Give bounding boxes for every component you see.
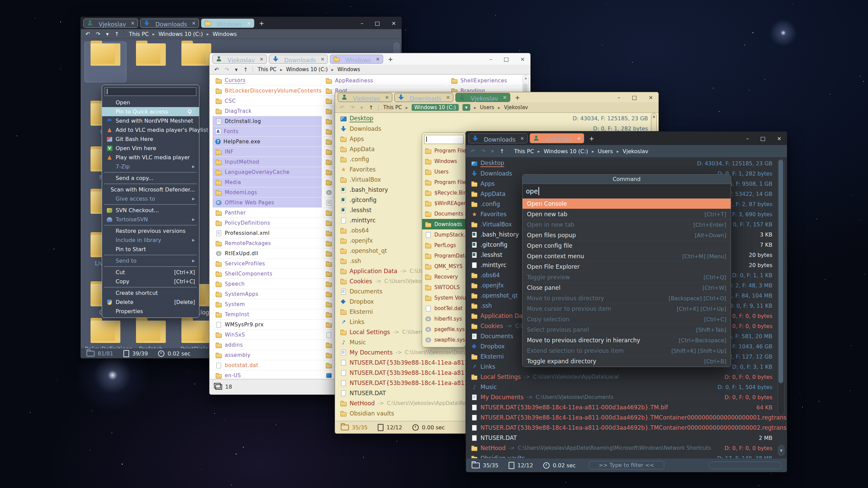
new-tab-button[interactable]: + <box>385 56 396 63</box>
file-row-music[interactable]: ♪MusicD: 0, F: 1, 504 bytes <box>468 382 775 392</box>
file-row-ntuser-dat-53b39e88-18c4-11ea-a811-000d3[interactable]: NTUSER.DAT{53b39e88-18c4-11ea-a811-000d3… <box>468 402 775 412</box>
tab-close-icon[interactable]: × <box>446 95 450 100</box>
command-palette-input[interactable]: ope <box>522 184 731 199</box>
breadcrumb-item-windows-10-c[interactable]: Windows 10 (C:) <box>158 31 203 37</box>
command-select-previous-panel[interactable]: Select previous panel[Shift+Tab] <box>522 325 731 335</box>
file-row-policydefinitions[interactable]: PolicyDefinitions <box>213 218 322 228</box>
command-move-cursor-to-previous-item[interactable]: Move cursor to previous item[Ctrl+K] [Ct… <box>522 304 731 314</box>
nav-up-button[interactable]: ↑ <box>243 66 248 73</box>
file-row-professional-xml[interactable]: Professional.xml <box>213 228 322 238</box>
nav-up-button[interactable]: ↑ <box>369 104 373 111</box>
new-tab-button[interactable]: + <box>512 94 523 101</box>
file-row-ntuser-dat-53b39e88-18c4-11ea-a811-000d3[interactable]: NTUSER.DAT{53b39e88-18c4-11ea-a811-000d3… <box>468 423 775 433</box>
dropdown-item-program-files-x86[interactable]: Program Files (x86) <box>422 177 466 187</box>
file-row-assembly[interactable]: assembly <box>213 350 322 360</box>
tab-downloads[interactable]: Downloads× <box>140 19 199 28</box>
nav-back-button[interactable]: ↶ <box>85 31 90 37</box>
nav-forward-button[interactable]: ↷ <box>96 31 100 37</box>
file-row-system[interactable]: System <box>213 299 322 309</box>
folder-tile[interactable] <box>85 42 126 82</box>
command-open-in-new-tab[interactable]: Open in new tab[Ctrl+Enter] <box>522 220 731 230</box>
type-to-filter-button[interactable]: >> Type to filter << <box>589 461 664 469</box>
nav-history-button[interactable]: ▾ <box>106 31 109 37</box>
command-open-context-menu[interactable]: Open context menu[Ctrl+M] [Menu] <box>522 251 731 262</box>
dropdown-item-qmk-msys[interactable]: QMK_MSYS <box>422 261 466 271</box>
maximize-button[interactable]: □ <box>760 135 765 142</box>
file-row-remotepackages[interactable]: RemotePackages <box>213 238 322 248</box>
file-row-shellcomponents[interactable]: ShellComponents <box>213 269 322 279</box>
dropdown-item-swtools[interactable]: SWTOOLS <box>422 282 466 292</box>
tab-close-icon[interactable]: × <box>131 20 135 26</box>
breadcrumb-item-vjekoslav[interactable]: Vjekoslav <box>623 148 648 155</box>
file-row-addins[interactable]: addins <box>213 340 322 350</box>
breadcrumb-dropdown-button[interactable]: ▾ <box>462 104 471 111</box>
breadcrumb-item-this-pc[interactable]: This PC <box>129 31 149 37</box>
menu-item-create-shortcut[interactable]: Create shortcut <box>102 288 199 298</box>
tab-close-icon[interactable]: × <box>577 136 581 141</box>
nav-history-button[interactable]: ▾ <box>235 66 238 73</box>
menu-item-tortoisesvn[interactable]: TortoiseSVN▶ <box>102 215 199 224</box>
command-move-to-previous-directory-in-hierarchy[interactable]: Move to previous directory in hierarchy[… <box>522 335 731 346</box>
file-row-winsxs[interactable]: WinSxS <box>213 330 322 340</box>
menu-item-svn-checkout[interactable]: SVN Checkout... <box>102 206 199 215</box>
scrollbar-thumb[interactable] <box>778 160 783 383</box>
tab-close-icon[interactable]: × <box>192 20 196 26</box>
menu-item-7-zip[interactable]: 7-Zip▶ <box>102 162 199 171</box>
command-open-files-popup[interactable]: Open files popup[Alt+Down] <box>522 230 731 241</box>
titlebar[interactable]: Vjekoslav×Downloads×Windows×+ –□× <box>81 17 401 29</box>
menu-item-send-with-nordvpn-meshnet[interactable]: Send with NordVPN Meshnet <box>102 116 199 125</box>
maximize-button[interactable]: □ <box>375 20 380 26</box>
close-button[interactable]: × <box>520 56 525 62</box>
tab-windows[interactable]: Windows× <box>201 19 254 28</box>
menu-item-pin-to-start[interactable]: Pin to Start <box>102 245 199 254</box>
breadcrumb-item-windows-10-c[interactable]: Windows 10 (C:) <box>412 104 459 111</box>
file-row-local-settings[interactable]: Local Settings->C:\Users\Vjekoslav\AppDa… <box>468 372 775 382</box>
dropdown-item-perflogs[interactable]: PerfLogs <box>422 240 466 250</box>
file-row-inf[interactable]: INF <box>213 147 322 157</box>
minimize-button[interactable]: – <box>617 94 620 101</box>
menu-item-cut[interactable]: Cut[Ctrl+X] <box>102 268 199 277</box>
menu-item-properties[interactable]: Properties <box>102 307 199 316</box>
command-open-console[interactable]: Open Console <box>522 199 731 209</box>
tab-vjekoslav[interactable]: Vjekoslav× <box>83 19 138 28</box>
tab-vjekoslav[interactable]: Vjekoslav× <box>455 93 510 102</box>
folder-tile-prefetch[interactable]: Prefetch <box>130 319 172 349</box>
minimize-button[interactable]: – <box>360 20 363 26</box>
nav-forward-button[interactable]: ↷ <box>350 104 354 111</box>
menu-item-git-bash-here[interactable]: Git Bash Here <box>102 135 199 144</box>
menu-item-open[interactable]: Open <box>102 98 199 107</box>
file-row-dtcinstall-log[interactable]: DtcInstall.log <box>213 116 322 126</box>
file-row-en-us[interactable]: en-US <box>213 370 322 379</box>
tab-vjekoslav[interactable]: Vjekoslav× <box>338 93 392 102</box>
folder-tile[interactable] <box>130 42 172 82</box>
dropdown-item-hiberfil-sys[interactable]: hiberfil.sys <box>422 313 466 324</box>
nav-up-button[interactable]: ↑ <box>115 31 119 37</box>
breadcrumb-item-windows[interactable]: Windows <box>337 66 360 73</box>
nav-up-button[interactable]: ↑ <box>500 148 504 155</box>
command-toggle-expand-directory[interactable]: Toggle expand directory[Ctrl+B] <box>522 356 731 367</box>
dropdown-item-dumpstack-log-tmp[interactable]: DumpStack.log.tmp <box>422 229 466 240</box>
file-row-languageoverlaycache[interactable]: LanguageOverlayCache <box>213 167 322 177</box>
tab-close-icon[interactable]: × <box>520 136 524 141</box>
menu-item-delete[interactable]: Delete[Delete] <box>102 298 199 307</box>
titlebar[interactable]: Vjekoslav×Downloads×Vjekoslav×+ –□× <box>335 92 658 102</box>
file-row-nethood[interactable]: NetHood->C:\Users\Vjekoslav\AppData\Roam… <box>468 443 775 453</box>
dropdown-item-winreagent[interactable]: $WinREAgent <box>422 198 466 208</box>
menu-item-send-a-copy[interactable]: Send a copy... <box>102 174 199 183</box>
command-move-to-previous-directory[interactable]: Move to previous directory[Backspace] [C… <box>522 293 731 304</box>
titlebar[interactable]: Downloads×Vjekoslav×+ –□× <box>466 131 787 145</box>
breadcrumb-item-this-pc[interactable]: This PC <box>514 148 534 155</box>
new-tab-button[interactable]: + <box>586 135 597 142</box>
dropdown-item-windows[interactable]: Windows <box>422 156 466 166</box>
file-row-wmsyspr9-prx[interactable]: WMSysPr9.prx <box>213 320 322 330</box>
command-close-panel[interactable]: Close panel[Ctrl+W] <box>522 283 731 293</box>
file-row-rtlexupd-dll[interactable]: RtlExUpd.dll <box>213 248 322 259</box>
breadcrumb-item-vjekoslav[interactable]: Vjekoslav <box>504 104 528 110</box>
tab-close-icon[interactable]: × <box>385 95 389 100</box>
file-row-tempinst[interactable]: TempInst <box>213 309 322 320</box>
command-open-new-tab[interactable]: Open new tab[Ctrl+T] <box>522 209 731 220</box>
menu-item-add-to-vlc-media-player-s-playlist[interactable]: Add to VLC media player's Playlist <box>102 125 199 135</box>
breadcrumb-item-users[interactable]: Users <box>480 104 494 110</box>
dropdown-item-recovery[interactable]: Recovery <box>422 271 466 282</box>
tab-close-icon[interactable]: × <box>260 56 264 62</box>
